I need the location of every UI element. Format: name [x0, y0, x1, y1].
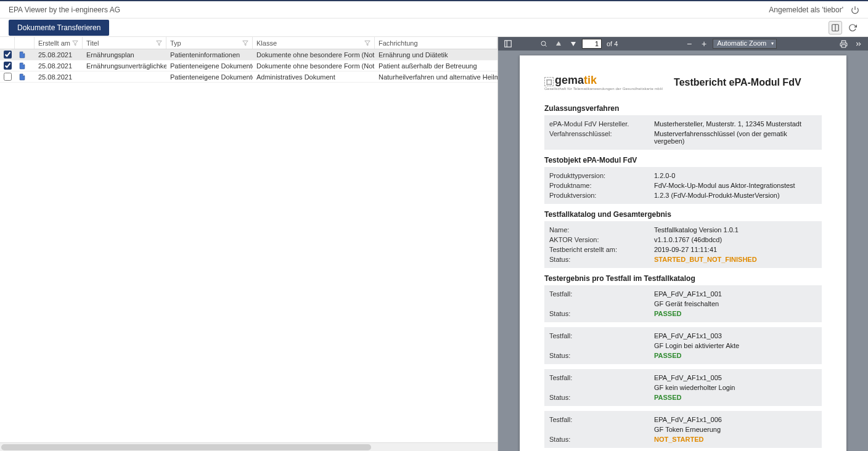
table-row[interactable]: 25.08.2021Patienteneigene DokumenteAdmin…	[0, 71, 497, 83]
tools-icon[interactable]	[852, 38, 864, 49]
app-title: EPA Viewer by the i-engineers AG	[9, 6, 120, 14]
gematik-logo-subtitle: Gesellschaft für Telematikanwendungen de…	[544, 87, 663, 91]
kv-value: 1.2.0-0	[654, 172, 817, 179]
svg-marker-3	[73, 41, 78, 46]
col-doc-icon	[15, 37, 35, 49]
cell-created: 25.08.2021	[35, 60, 83, 71]
pdf-document-title: Testbericht ePA-Modul FdV	[674, 77, 801, 88]
refresh-icon[interactable]	[846, 21, 859, 35]
table-header: Erstellt am Titel Typ Klasse Fachrichtun…	[0, 37, 497, 49]
transfer-documents-button[interactable]: Dokumente Transferieren	[9, 20, 109, 36]
svg-marker-13	[556, 41, 561, 46]
horizontal-scrollbar[interactable]	[0, 442, 497, 451]
kv-key: ePA-Modul FdV Hersteller.	[549, 120, 654, 128]
row-checkbox[interactable]	[4, 73, 12, 81]
svg-marker-5	[243, 41, 248, 46]
testcase-block: Testfall:EPA_FdV_AF1x1_005GF kein wieder…	[544, 369, 822, 406]
row-checkbox[interactable]	[4, 51, 12, 59]
cell-class: Dokumente ohne besondere Form (Notizen)	[253, 49, 375, 60]
kv-key: Testbericht erstellt am:	[549, 246, 654, 253]
pdf-toolbar: of 4 − + Automatic Zoom ▾	[498, 37, 868, 51]
table-row[interactable]: 25.08.2021ErnährungsunverträglichkeitPat…	[0, 60, 497, 71]
logged-in-label: Angemeldet als 'tiebor'	[769, 6, 843, 14]
document-icon	[18, 73, 26, 81]
cell-fachrichtung: Naturheilverfahren und alternative Heilm…	[375, 71, 497, 82]
kv-key: Produktname:	[549, 182, 654, 189]
kv-key: Produkttypversion:	[549, 172, 654, 179]
section-testobjekt-title: Testobjekt ePA-Modul FdV	[544, 156, 822, 165]
cell-title: Ernährungsunverträglichkeit	[83, 60, 166, 71]
cell-class: Dokumente ohne besondere Form (Notizen)	[253, 60, 375, 71]
svg-point-9	[541, 41, 546, 46]
section-katalog-title: Testfallkatalog und Gesamtergebnis	[544, 210, 822, 219]
kv-value: Musterverfahrensschlüssel (von der gemat…	[654, 130, 817, 145]
svg-rect-7	[505, 41, 512, 47]
filter-icon[interactable]	[364, 40, 371, 46]
cell-type: Patienteneigene Dokumente	[166, 60, 253, 71]
kv-value: Testfallkatalog Version 1.0.1	[654, 226, 817, 234]
page-number-input[interactable]	[582, 39, 602, 49]
col-checkbox	[0, 37, 15, 49]
table-row[interactable]: 25.08.2021ErnährungsplanPatienteninforma…	[0, 49, 497, 60]
kv-key: AKTOR Version:	[549, 236, 654, 243]
pdf-scroll-area[interactable]: ⬚gematik Gesellschaft für Telematikanwen…	[498, 51, 868, 451]
kv-value: 1.2.3 (FdV-Modul-Produkt-MusterVersion)	[654, 192, 817, 199]
pdf-page: ⬚gematik Gesellschaft für Telematikanwen…	[520, 55, 846, 451]
kv-value: 2019-09-27 11:11:41	[654, 246, 817, 253]
filter-icon[interactable]	[242, 40, 248, 46]
filter-icon[interactable]	[156, 40, 162, 46]
kv-key: Produktversion:	[549, 192, 654, 199]
testcase-block: Testfall:EPA_FdV_AF1x1_006GF Token Erneu…	[544, 411, 822, 448]
document-list-panel: Erstellt am Titel Typ Klasse Fachrichtun…	[0, 37, 498, 451]
layout-toggle-icon[interactable]	[829, 21, 842, 35]
kv-key: Status:	[549, 256, 654, 263]
zoom-in-icon[interactable]: +	[698, 38, 710, 49]
svg-line-10	[545, 45, 546, 46]
testcase-block: Testfall:EPA_FdV_AF1x1_003GF Login bei a…	[544, 327, 822, 364]
col-created[interactable]: Erstellt am	[35, 37, 83, 49]
row-checkbox[interactable]	[4, 62, 12, 70]
cell-fachrichtung: Patient außerhalb der Betreuung	[375, 60, 497, 71]
logout-icon[interactable]	[851, 6, 859, 14]
filter-icon[interactable]	[72, 40, 78, 46]
svg-marker-14	[571, 42, 576, 46]
cell-created: 25.08.2021	[35, 71, 83, 82]
col-class[interactable]: Klasse	[253, 37, 375, 49]
print-icon[interactable]	[837, 38, 850, 49]
cell-title: Ernährungsplan	[83, 49, 166, 60]
col-title[interactable]: Titel	[83, 37, 166, 49]
search-icon[interactable]	[538, 38, 550, 49]
col-fachrichtung[interactable]: Fachrichtung	[375, 37, 497, 49]
kv-value: v1.1.0.1767 (46dbdcd)	[654, 236, 817, 243]
cell-type: Patienteninformationen	[166, 49, 253, 60]
kv-value: FdV-Mock-Up-Modul aus Aktor-Integrations…	[654, 182, 817, 189]
zoom-out-icon[interactable]: −	[683, 38, 695, 49]
kv-value: Musterhersteller, Musterstr. 1, 12345 Mu…	[654, 120, 817, 128]
cell-class: Administratives Dokument	[253, 71, 375, 82]
cell-type: Patienteneigene Dokumente	[166, 71, 253, 82]
testcase-block: Testfall:EPA_FdV_AF1x1_001GF Gerät freis…	[544, 285, 822, 322]
col-type[interactable]: Typ	[166, 37, 253, 49]
svg-rect-15	[841, 44, 846, 47]
kv-key: Verfahrensschlüssel:	[549, 130, 654, 145]
cell-created: 25.08.2021	[35, 49, 83, 60]
prev-page-icon[interactable]	[552, 38, 565, 49]
document-icon	[18, 62, 26, 70]
gematik-logo: ⬚gematik	[544, 74, 597, 86]
section-ergebnis-title: Testergebnis pro Testfall im Testfallkat…	[544, 274, 822, 283]
document-preview-panel: of 4 − + Automatic Zoom ▾ ⬚gemati	[498, 37, 868, 451]
svg-marker-4	[157, 41, 162, 46]
kv-value: STARTED_BUT_NOT_FINISHED	[654, 256, 817, 263]
section-zulassung-title: Zulassungsverfahren	[544, 104, 822, 113]
page-total-label: of 4	[607, 40, 618, 47]
sidebar-toggle-icon[interactable]	[502, 38, 514, 49]
cell-title	[83, 71, 166, 82]
kv-key: Name:	[549, 226, 654, 234]
document-icon	[18, 51, 26, 59]
svg-marker-6	[365, 41, 370, 46]
cell-fachrichtung: Ernährung und Diätetik	[375, 49, 497, 60]
zoom-select[interactable]: Automatic Zoom ▾	[713, 39, 777, 49]
next-page-icon[interactable]	[567, 38, 579, 49]
